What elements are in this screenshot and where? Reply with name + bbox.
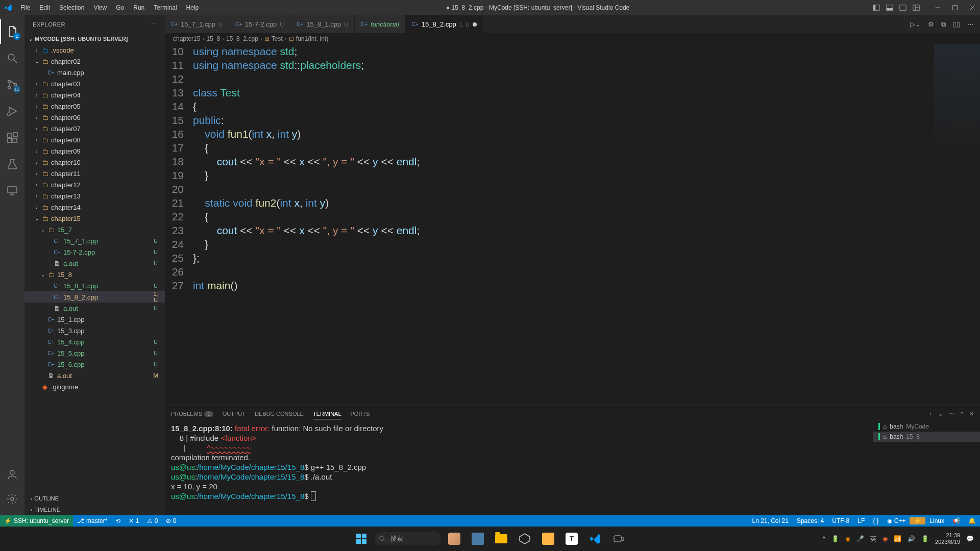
brackets[interactable]: { } bbox=[869, 517, 883, 524]
outline-section[interactable]: ›OUTLINE bbox=[24, 493, 165, 504]
tree-item[interactable]: ›🗀chapter09 bbox=[24, 145, 165, 157]
tree-item[interactable]: C+15_4.cppU bbox=[24, 336, 165, 347]
menu-edit[interactable]: Edit bbox=[35, 2, 54, 13]
app-icon[interactable] bbox=[468, 529, 488, 549]
layout-bottom-icon[interactable] bbox=[886, 4, 893, 11]
editor-tab[interactable]: C+15_7_1.cppU bbox=[165, 15, 229, 33]
testing-icon[interactable] bbox=[0, 152, 24, 177]
menu-help[interactable]: Help bbox=[182, 2, 203, 13]
tree-item[interactable]: ⌄🗀chapter02 bbox=[24, 56, 165, 67]
menu-terminal[interactable]: Terminal bbox=[150, 2, 181, 13]
tree-item[interactable]: 🗎a.outU bbox=[24, 303, 165, 314]
minimize-icon[interactable] bbox=[934, 4, 941, 11]
tree-item[interactable]: C+15_8_2.cpp1, U bbox=[24, 291, 165, 303]
more-icon[interactable]: ⋯ bbox=[151, 21, 157, 28]
tree-item[interactable]: ›🗀chapter11 bbox=[24, 168, 165, 179]
settings-icon[interactable] bbox=[0, 487, 24, 511]
tree-item[interactable]: C+15_1.cpp bbox=[24, 314, 165, 325]
menu-run[interactable]: Run bbox=[129, 2, 149, 13]
explorer-icon[interactable]: 1 bbox=[0, 19, 24, 44]
tree-item[interactable]: ⌄🗀chapter15 bbox=[24, 213, 165, 224]
gear-icon[interactable]: ⚙ bbox=[928, 20, 934, 29]
remote-indicator[interactable]: ⚡ SSH: ubuntu_server bbox=[0, 515, 73, 527]
diff-icon[interactable]: ⧉ bbox=[941, 20, 946, 29]
tree-item[interactable]: ›🗀chapter13 bbox=[24, 190, 165, 202]
warnings-indicator[interactable]: ⚠ 0 bbox=[143, 517, 162, 524]
tree-item[interactable]: ›🗀chapter10 bbox=[24, 157, 165, 168]
ime-indicator[interactable]: 英 bbox=[870, 535, 876, 543]
tree-item[interactable]: C+15_7_1.cppU bbox=[24, 235, 165, 246]
editor-tab[interactable]: C+15_8_1.cppU bbox=[290, 15, 355, 33]
tree-item[interactable]: ›🗀chapter12 bbox=[24, 179, 165, 190]
tray-icon[interactable]: ◉ bbox=[883, 535, 888, 542]
code-editor[interactable]: 101112131415161718192021222324252627 usi… bbox=[165, 44, 980, 406]
vscode-icon[interactable] bbox=[585, 529, 605, 549]
tree-item[interactable]: ⌄🗀15_8 bbox=[24, 269, 165, 280]
scm-icon[interactable]: 11 bbox=[0, 72, 24, 97]
clock[interactable]: 21:39 2023/8/19 bbox=[935, 532, 960, 545]
tree-item[interactable]: C+15_6.cppU bbox=[24, 359, 165, 370]
editor-tab[interactable]: C+functional bbox=[355, 15, 406, 33]
volume-icon[interactable]: 🔊 bbox=[908, 535, 915, 542]
tree-item[interactable]: ⌄🗀15_7 bbox=[24, 224, 165, 235]
notification-icon[interactable]: 💬 bbox=[966, 535, 974, 542]
tree-item[interactable]: C+15_8_1.cppU bbox=[24, 280, 165, 291]
new-terminal-icon[interactable]: + bbox=[928, 411, 932, 417]
tree-item[interactable]: C+main.cpp bbox=[24, 67, 165, 78]
menu-go[interactable]: Go bbox=[112, 2, 128, 13]
bell-icon[interactable]: 🔔 bbox=[964, 517, 980, 524]
tray-icon[interactable]: ◉ bbox=[845, 535, 850, 542]
terminal-output[interactable]: 15_8_2.cpp:8:10: fatal error: function: … bbox=[165, 421, 873, 515]
layout-panel-icon[interactable] bbox=[913, 4, 920, 11]
tree-item[interactable]: ›🗀chapter03 bbox=[24, 78, 165, 89]
feedback-icon[interactable]: 📢 bbox=[948, 517, 964, 524]
terminal-instance[interactable]: ⌂bash15_8 bbox=[873, 432, 980, 442]
taskbar-search[interactable]: 搜索 bbox=[375, 532, 441, 545]
tree-item[interactable]: ›🗀chapter08 bbox=[24, 134, 165, 145]
run-icon[interactable]: ▷⌄ bbox=[910, 20, 921, 29]
line-col[interactable]: Ln 21, Col 21 bbox=[748, 517, 792, 524]
chevron-up-icon[interactable]: ^ bbox=[822, 535, 825, 542]
tree-item[interactable]: ›🗀chapter06 bbox=[24, 112, 165, 123]
panel-tab-debug-console[interactable]: DEBUG CONSOLE bbox=[255, 409, 304, 419]
mic-icon[interactable]: 🎤 bbox=[856, 535, 864, 542]
tree-item[interactable]: 🗎a.outU bbox=[24, 258, 165, 269]
spaces[interactable]: Spaces: 4 bbox=[793, 517, 828, 524]
tree-item[interactable]: ›🗀chapter14 bbox=[24, 202, 165, 213]
prettier-icon[interactable]: ⚡ bbox=[910, 517, 925, 524]
tree-item[interactable]: C+15-7-2.cppU bbox=[24, 246, 165, 258]
file-explorer-icon[interactable] bbox=[491, 529, 511, 549]
debug-icon[interactable] bbox=[0, 99, 24, 123]
cpp-icon[interactable]: ◉ C++ bbox=[883, 517, 910, 524]
encoding[interactable]: UTF-8 bbox=[828, 517, 853, 524]
split-icon[interactable]: ▯▯ bbox=[953, 20, 960, 29]
wifi-icon[interactable]: 📶 bbox=[894, 535, 901, 542]
close-icon[interactable] bbox=[969, 4, 976, 11]
eol[interactable]: LF bbox=[853, 517, 869, 524]
panel-tab-problems[interactable]: PROBLEMS1 bbox=[171, 409, 213, 419]
ports-indicator[interactable]: ⊘ 0 bbox=[162, 517, 180, 524]
chevron-down-icon[interactable]: ⌄ bbox=[938, 411, 943, 417]
maximize-icon[interactable] bbox=[951, 4, 959, 11]
branch-indicator[interactable]: ⎇ master* bbox=[73, 517, 111, 524]
menu-file[interactable]: File bbox=[16, 2, 34, 13]
maximize-panel-icon[interactable]: ^ bbox=[961, 411, 963, 417]
remote-explorer-icon[interactable] bbox=[0, 179, 24, 203]
panel-tab-ports[interactable]: PORTS bbox=[351, 409, 370, 419]
tree-item[interactable]: C+15_5.cppU bbox=[24, 347, 165, 359]
start-icon[interactable] bbox=[351, 529, 372, 549]
app-icon[interactable] bbox=[514, 529, 535, 549]
minimap[interactable] bbox=[934, 44, 980, 406]
errors-indicator[interactable]: ✕ 1 bbox=[125, 517, 143, 524]
extensions-icon[interactable] bbox=[0, 126, 24, 150]
layout-left-icon[interactable] bbox=[873, 4, 880, 11]
more-icon[interactable]: ⋯ bbox=[967, 20, 974, 29]
tree-item[interactable]: ›🗀.vscode bbox=[24, 44, 165, 56]
more-icon[interactable]: ⋯ bbox=[949, 411, 954, 417]
typora-icon[interactable]: T bbox=[561, 529, 582, 549]
tree-item[interactable]: ◆.gitignore bbox=[24, 381, 165, 392]
workspace-root[interactable]: ⌄ MYCODE [SSH: UBUNTU SERVER] bbox=[24, 33, 165, 44]
breadcrumb[interactable]: chapter15›15_8›15_8_2.cpp›⊞ Test›⊡ fun1(… bbox=[165, 33, 980, 44]
editor-tab[interactable]: C+15_8_2.cpp1, U bbox=[406, 15, 483, 33]
search-icon[interactable] bbox=[0, 46, 24, 70]
